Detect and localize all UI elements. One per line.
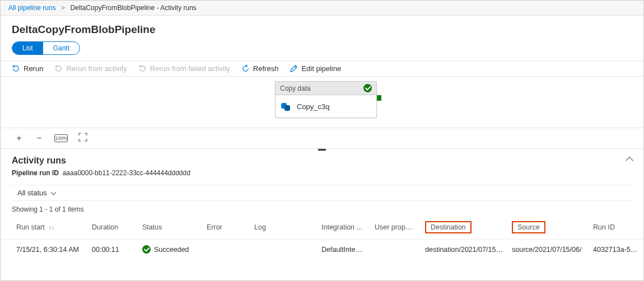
table-row[interactable]: 7/15/21, 6:30:14 AM 00:00:11 Succeeded D…: [1, 240, 643, 260]
refresh-icon: [241, 64, 250, 73]
zoom-toolbar: + − 100%: [1, 128, 643, 149]
cell-error: [202, 240, 250, 260]
view-toggle: List Gantt: [12, 41, 80, 55]
fit-screen-icon: [78, 133, 87, 142]
results-count: Showing 1 - 1 of 1 items: [1, 203, 643, 216]
col-run-id[interactable]: Run ID: [589, 216, 643, 240]
rerun-failed-icon: [138, 64, 147, 73]
activity-runs-table: Run start ↑↓ Duration Status Error Log I…: [1, 216, 643, 259]
activity-node-body: Copy_c3q: [276, 95, 376, 118]
zoom-in-button[interactable]: +: [14, 133, 24, 143]
activity-runs-title: Activity runs: [12, 156, 66, 166]
chevron-right-icon: >: [61, 4, 65, 12]
activity-node-header: Copy data: [276, 82, 376, 95]
breadcrumb: All pipeline runs > DeltaCopyFromBlobPip…: [1, 1, 643, 16]
chevron-down-icon: [50, 190, 56, 195]
activity-type-label: Copy data: [280, 85, 311, 92]
col-run-start[interactable]: Run start ↑↓: [1, 216, 87, 240]
zoom-100-label: 100%: [55, 135, 68, 141]
toolbar: Rerun Rerun from activity Rerun from fai…: [1, 60, 643, 77]
panel-resize-handle[interactable]: [318, 149, 326, 151]
col-duration[interactable]: Duration: [87, 216, 138, 240]
col-status[interactable]: Status: [138, 216, 202, 240]
col-destination[interactable]: Destination: [421, 216, 507, 240]
zoom-fit-button[interactable]: [78, 133, 88, 144]
cell-user-props: [370, 240, 421, 260]
breadcrumb-root-link[interactable]: All pipeline runs: [8, 4, 56, 12]
col-log[interactable]: Log: [250, 216, 317, 240]
cell-status: Succeeded: [138, 240, 202, 260]
col-source-label: Source: [512, 221, 545, 233]
status-success-icon: [142, 245, 151, 254]
rerun-activity-label: Rerun from activity: [66, 64, 127, 73]
success-check-icon: [363, 84, 372, 92]
col-integration[interactable]: Integration ...: [317, 216, 370, 240]
sort-icon: ↑↓: [49, 224, 54, 231]
zoom-100-button[interactable]: 100%: [54, 134, 68, 142]
edit-pipeline-button[interactable]: Edit pipeline: [290, 64, 341, 73]
pencil-icon: [290, 64, 298, 73]
col-error[interactable]: Error: [202, 216, 250, 240]
edit-label: Edit pipeline: [301, 64, 341, 73]
status-text: Succeeded: [154, 246, 189, 254]
page-title: DeltaCopyFromBlobPipeline: [1, 16, 643, 41]
col-user-props[interactable]: User proper...: [370, 216, 421, 240]
cell-run-id: 4032713a-59e0-41: [589, 240, 643, 260]
col-run-start-label: Run start: [16, 223, 45, 231]
cell-log: [250, 240, 317, 260]
col-destination-label: Destination: [425, 221, 472, 233]
cell-source: source/2021/07/15/06/: [507, 240, 589, 260]
rerun-label: Rerun: [24, 64, 43, 73]
rerun-from-activity-button: Rerun from activity: [54, 64, 127, 73]
rerun-failed-label: Rerun from failed activity: [150, 64, 230, 73]
activity-output-connector[interactable]: [377, 95, 381, 101]
activity-name-label: Copy_c3q: [297, 102, 330, 111]
cell-integration: DefaultIntegrati 🔖︎: [317, 240, 370, 260]
cell-duration: 00:00:11: [87, 240, 138, 260]
pipeline-run-id: Pipeline run ID aaaa0000-bb11-2222-33cc-…: [12, 169, 632, 177]
rerun-button[interactable]: Rerun: [12, 64, 43, 73]
status-filter-dropdown[interactable]: All status: [12, 185, 632, 201]
refresh-button[interactable]: Refresh: [241, 64, 279, 73]
col-source[interactable]: Source: [507, 216, 589, 240]
view-toggle-list[interactable]: List: [12, 42, 43, 54]
rerun-from-failed-button: Rerun from failed activity: [138, 64, 230, 73]
collapse-section-button[interactable]: [626, 157, 633, 165]
pipeline-run-id-value: aaaa0000-bb11-2222-33cc-444444dddddd: [63, 169, 190, 177]
breadcrumb-current: DeltaCopyFromBlobPipeline - Activity run…: [70, 4, 196, 12]
cell-run-start: 7/15/21, 6:30:14 AM: [1, 240, 87, 260]
table-header-row: Run start ↑↓ Duration Status Error Log I…: [1, 216, 643, 240]
rerun-activity-icon: [54, 64, 63, 73]
database-icon: [280, 101, 291, 112]
activity-node-copy[interactable]: Copy data Copy_c3q: [275, 81, 377, 118]
zoom-out-button[interactable]: −: [34, 133, 44, 143]
view-toggle-gantt[interactable]: Gantt: [43, 42, 80, 54]
rerun-icon: [12, 64, 20, 73]
cell-destination: destination/2021/07/15/06/: [421, 240, 507, 260]
refresh-label: Refresh: [253, 64, 279, 73]
integration-text: DefaultIntegrati: [321, 246, 369, 254]
pipeline-canvas[interactable]: Copy data Copy_c3q: [1, 77, 643, 128]
status-filter-label: All status: [17, 189, 47, 197]
pipeline-run-id-label: Pipeline run ID: [12, 169, 59, 177]
activity-runs-section: Activity runs Pipeline run ID aaaa0000-b…: [1, 149, 643, 179]
